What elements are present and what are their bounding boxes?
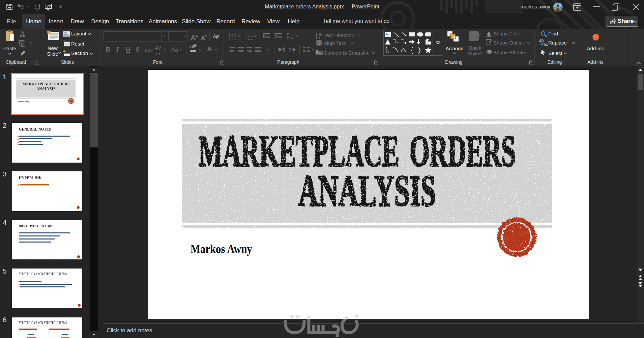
svg-text:A: A — [319, 32, 322, 37]
svg-text:Markos Awny: Markos Awny — [191, 242, 252, 256]
svg-text:ANALYSIS: ANALYSIS — [298, 166, 436, 216]
svg-text:2: 2 — [245, 35, 247, 38]
svg-text:ac: ac — [544, 42, 548, 47]
svg-text:ab: ab — [539, 38, 544, 43]
svg-text:1: 1 — [245, 33, 247, 35]
svg-text:3: 3 — [245, 38, 247, 40]
